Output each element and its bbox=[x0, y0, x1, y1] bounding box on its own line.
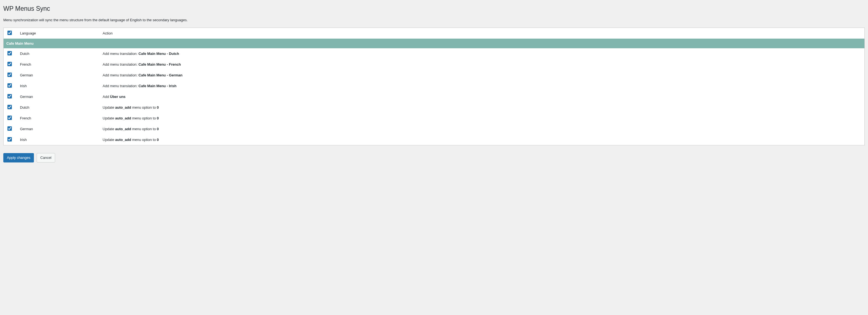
action-prefix: Add bbox=[103, 95, 110, 99]
row-checkbox[interactable] bbox=[7, 83, 12, 88]
action-bold: Cafe Main Menu - French bbox=[138, 62, 181, 66]
header-checkbox-cell bbox=[4, 28, 18, 39]
row-language: German bbox=[18, 91, 100, 102]
apply-changes-button[interactable]: Apply changes bbox=[3, 153, 34, 163]
row-checkbox-cell bbox=[4, 123, 18, 134]
action-prefix: Update bbox=[103, 116, 116, 120]
row-language: German bbox=[18, 123, 100, 134]
row-action: Add menu translation: Cafe Main Menu - D… bbox=[100, 48, 865, 59]
action-suffix: menu option to bbox=[131, 127, 157, 131]
row-checkbox-cell bbox=[4, 113, 18, 123]
action-bold: auto_add bbox=[115, 116, 131, 120]
row-checkbox-cell bbox=[4, 102, 18, 113]
action-prefix: Update bbox=[103, 138, 116, 142]
action-bold2: 0 bbox=[157, 116, 159, 120]
row-checkbox[interactable] bbox=[7, 73, 12, 77]
row-language: French bbox=[18, 113, 100, 123]
row-action: Add menu translation: Cafe Main Menu - F… bbox=[100, 59, 865, 70]
action-bold: Cafe Main Menu - German bbox=[138, 73, 183, 77]
row-checkbox-cell bbox=[4, 134, 18, 145]
action-bold: Über uns bbox=[110, 95, 125, 99]
row-checkbox-cell bbox=[4, 70, 18, 81]
row-language: Dutch bbox=[18, 102, 100, 113]
row-language: German bbox=[18, 70, 100, 81]
action-bold: auto_add bbox=[115, 138, 131, 142]
action-bold: auto_add bbox=[115, 105, 131, 110]
row-action: Update auto_add menu option to 0 bbox=[100, 102, 865, 113]
action-suffix: menu option to bbox=[131, 105, 157, 110]
table-row: DutchAdd menu translation: Cafe Main Men… bbox=[4, 48, 865, 59]
table-row: FrenchUpdate auto_add menu option to 0 bbox=[4, 113, 865, 123]
action-bold2: 0 bbox=[157, 138, 159, 142]
action-buttons: Apply changes Cancel bbox=[3, 153, 865, 163]
select-all-checkbox[interactable] bbox=[7, 31, 12, 35]
row-action: Add Über uns bbox=[100, 91, 865, 102]
table-row: IrishAdd menu translation: Cafe Main Men… bbox=[4, 81, 865, 91]
row-checkbox-cell bbox=[4, 81, 18, 91]
menu-group-row: Cafe Main Menu bbox=[4, 39, 865, 48]
row-language: Dutch bbox=[18, 48, 100, 59]
row-action: Update auto_add menu option to 0 bbox=[100, 134, 865, 145]
menu-group-label: Cafe Main Menu bbox=[4, 39, 865, 48]
row-checkbox[interactable] bbox=[7, 116, 12, 120]
action-bold2: 0 bbox=[157, 105, 159, 110]
table-row: IrishUpdate auto_add menu option to 0 bbox=[4, 134, 865, 145]
table-row: GermanUpdate auto_add menu option to 0 bbox=[4, 123, 865, 134]
header-language: Language bbox=[18, 28, 100, 39]
action-prefix: Add menu translation: bbox=[103, 62, 138, 66]
table-row: FrenchAdd menu translation: Cafe Main Me… bbox=[4, 59, 865, 70]
action-prefix: Add menu translation: bbox=[103, 73, 138, 77]
row-checkbox-cell bbox=[4, 48, 18, 59]
row-language: Irish bbox=[18, 81, 100, 91]
action-prefix: Update bbox=[103, 105, 116, 110]
row-checkbox[interactable] bbox=[7, 105, 12, 109]
row-checkbox[interactable] bbox=[7, 62, 12, 66]
cancel-button[interactable]: Cancel bbox=[37, 153, 55, 163]
row-checkbox[interactable] bbox=[7, 51, 12, 55]
action-bold: Cafe Main Menu - Dutch bbox=[138, 52, 179, 56]
row-action: Add menu translation: Cafe Main Menu - I… bbox=[100, 81, 865, 91]
row-action: Update auto_add menu option to 0 bbox=[100, 123, 865, 134]
action-bold2: 0 bbox=[157, 127, 159, 131]
row-checkbox-cell bbox=[4, 91, 18, 102]
action-prefix: Add menu translation: bbox=[103, 52, 138, 56]
row-action: Add menu translation: Cafe Main Menu - G… bbox=[100, 70, 865, 81]
action-bold: Cafe Main Menu - Irish bbox=[138, 84, 177, 88]
header-action: Action bbox=[100, 28, 865, 39]
page-title: WP Menus Sync bbox=[3, 5, 865, 12]
row-checkbox[interactable] bbox=[7, 137, 12, 142]
row-checkbox-cell bbox=[4, 59, 18, 70]
action-prefix: Add menu translation: bbox=[103, 84, 138, 88]
row-language: French bbox=[18, 59, 100, 70]
page-description: Menu synchronization will sync the menu … bbox=[3, 18, 865, 22]
action-suffix: menu option to bbox=[131, 138, 157, 142]
action-prefix: Update bbox=[103, 127, 116, 131]
table-row: DutchUpdate auto_add menu option to 0 bbox=[4, 102, 865, 113]
row-language: Irish bbox=[18, 134, 100, 145]
table-row: GermanAdd menu translation: Cafe Main Me… bbox=[4, 70, 865, 81]
table-row: GermanAdd Über uns bbox=[4, 91, 865, 102]
row-action: Update auto_add menu option to 0 bbox=[100, 113, 865, 123]
menu-sync-table: Language Action Cafe Main Menu DutchAdd … bbox=[3, 28, 865, 145]
action-suffix: menu option to bbox=[131, 116, 157, 120]
row-checkbox[interactable] bbox=[7, 126, 12, 131]
action-bold: auto_add bbox=[115, 127, 131, 131]
row-checkbox[interactable] bbox=[7, 94, 12, 98]
